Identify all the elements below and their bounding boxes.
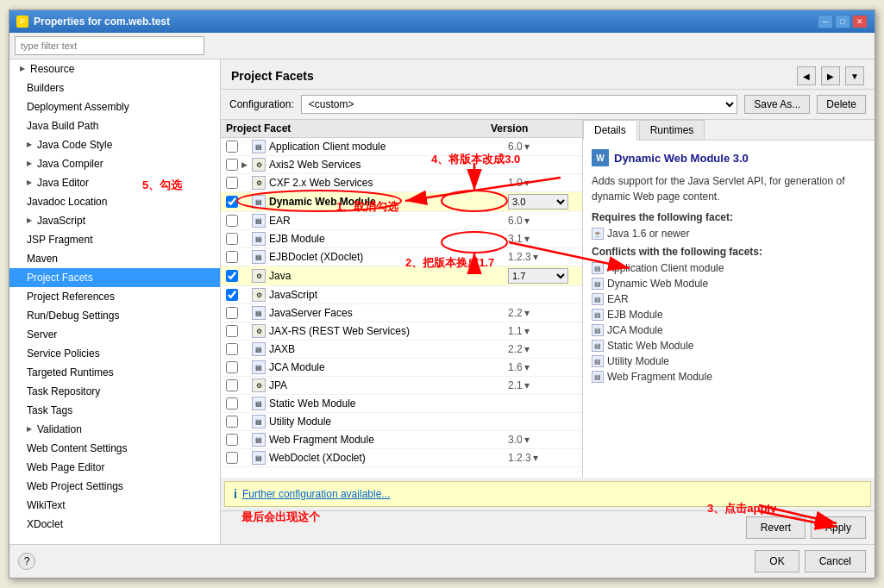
table-row: ▤ EJB Module 3.1▾: [221, 230, 582, 248]
config-select[interactable]: <custom>: [301, 95, 738, 114]
sidebar-item-javascript[interactable]: JavaScript: [9, 211, 220, 230]
conflict-item: ▤ Dynamic Web Module: [592, 277, 866, 291]
table-row: ⚙ JAX-RS (REST Web Services) 1.1▾: [221, 322, 582, 341]
sidebar-item-resource[interactable]: Resource: [9, 59, 220, 78]
facet-checkbox-ear[interactable]: [226, 215, 238, 227]
forward-button[interactable]: ▶: [821, 66, 840, 85]
facet-checkbox-webdoclet[interactable]: [226, 452, 238, 464]
back-button[interactable]: ◀: [797, 66, 816, 85]
sidebar-item-web-project-settings[interactable]: Web Project Settings: [9, 477, 220, 496]
facet-checkbox-app-client[interactable]: [226, 141, 238, 153]
facet-checkbox-jsf[interactable]: [226, 307, 238, 319]
facet-checkbox-axis2[interactable]: [226, 159, 238, 171]
save-as-button[interactable]: Save As...: [744, 95, 810, 114]
sidebar-item-server[interactable]: Server: [9, 325, 220, 344]
menu-button[interactable]: ▼: [845, 66, 864, 85]
facet-checkbox-web-fragment[interactable]: [226, 434, 238, 446]
facet-icon-utility: ▤: [252, 415, 266, 428]
delete-button[interactable]: Delete: [817, 95, 866, 114]
tab-runtimes[interactable]: Runtimes: [639, 120, 705, 140]
facet-checkbox-jca[interactable]: [226, 361, 238, 373]
details-requires: Requires the following facet: ☕ Java 1.6…: [592, 211, 866, 241]
tab-details[interactable]: Details: [583, 120, 637, 141]
facet-checkbox-static-web[interactable]: [226, 397, 238, 410]
sidebar-item-maven[interactable]: Maven: [9, 249, 220, 268]
table-row: ▤ JCA Module 1.6▾: [221, 359, 582, 377]
conflict-icon-8: ▤: [592, 371, 604, 383]
facet-checkbox-java[interactable]: [226, 270, 238, 282]
facet-icon-web-fragment: ▤: [252, 433, 266, 447]
facet-checkbox-ejbdoclet[interactable]: [226, 251, 238, 263]
table-row: ▤ Static Web Module: [221, 395, 582, 413]
table-row: ▤ Application Client module 6.0▾: [221, 138, 582, 156]
conflict-icon-2: ▤: [592, 278, 604, 290]
sidebar-item-jsp-fragment[interactable]: JSP Fragment: [9, 230, 220, 249]
details-content: W Dynamic Web Module 3.0 Adds support fo…: [583, 141, 875, 478]
details-title-icon: W: [592, 149, 609, 166]
facet-checkbox-jaxrs[interactable]: [226, 325, 238, 337]
conflict-item: ▤ Web Fragment Module: [592, 370, 866, 384]
sidebar-item-validation[interactable]: Validation: [9, 420, 220, 439]
conflict-icon-5: ▤: [592, 324, 604, 336]
revert-button[interactable]: Revert: [746, 516, 806, 539]
conflict-icon-3: ▤: [592, 293, 604, 305]
sidebar-item-java-compiler[interactable]: Java Compiler: [9, 154, 220, 173]
config-row: Configuration: <custom> Save As... Delet…: [221, 90, 875, 120]
facet-checkbox-ejb[interactable]: [226, 233, 238, 245]
apply-button[interactable]: Apply: [811, 516, 866, 539]
further-config-link[interactable]: Further configuration available...: [242, 488, 390, 500]
details-description: Adds support for the Java Servlet API, f…: [592, 173, 866, 204]
dialog-footer: ? OK Cancel: [9, 544, 875, 578]
sidebar-item-service-policies[interactable]: Service Policies: [9, 344, 220, 363]
filter-toolbar: [9, 33, 875, 59]
sidebar-item-javadoc-location[interactable]: Javadoc Location: [9, 192, 220, 211]
facets-table-header: Project Facet Version: [221, 120, 582, 138]
conflict-item: ▤ EJB Module: [592, 308, 866, 322]
ok-button[interactable]: OK: [755, 550, 799, 572]
facet-icon-app-client: ▤: [252, 140, 266, 153]
facet-icon-jca: ▤: [252, 360, 266, 374]
filter-input[interactable]: [15, 36, 204, 55]
help-button[interactable]: ?: [18, 553, 35, 570]
table-row: ⚙ JavaScript: [221, 286, 582, 304]
bottom-bar: Revert Apply: [221, 510, 875, 544]
facet-icon-java: ⚙: [252, 269, 266, 283]
facet-version-select-java[interactable]: 1.7 1.6 1.5: [508, 268, 568, 284]
close-button[interactable]: ✕: [852, 15, 868, 28]
sidebar-item-java-code-style[interactable]: Java Code Style: [9, 135, 220, 154]
sidebar-item-java-build-path[interactable]: Java Build Path: [9, 116, 220, 135]
sidebar-item-wikitext[interactable]: WikiText: [9, 496, 220, 515]
window-icon: P: [16, 16, 28, 28]
sidebar-item-run-debug-settings[interactable]: Run/Debug Settings: [9, 306, 220, 325]
left-panel: Resource Builders Deployment Assembly Ja…: [9, 59, 221, 544]
facet-checkbox-cxf[interactable]: [226, 177, 238, 189]
sidebar-item-deployment-assembly[interactable]: Deployment Assembly: [9, 97, 220, 116]
facet-checkbox-jaxb[interactable]: [226, 343, 238, 355]
conflict-icon-1: ▤: [592, 262, 604, 274]
facet-checkbox-javascript[interactable]: [226, 289, 238, 301]
sidebar-item-builders[interactable]: Builders: [9, 78, 220, 97]
facet-icon-ear: ▤: [252, 214, 266, 228]
conflict-item: ▤ Static Web Module: [592, 339, 866, 353]
sidebar-item-xdoclet[interactable]: XDoclet: [9, 515, 220, 534]
facet-icon-static-web: ▤: [252, 397, 266, 410]
facet-checkbox-utility[interactable]: [226, 416, 238, 428]
facet-checkbox-jpa[interactable]: [226, 379, 238, 391]
table-row: ▤ WebDoclet (XDoclet) 1.2.3▾: [221, 449, 582, 467]
sidebar-item-java-editor[interactable]: Java Editor: [9, 173, 220, 192]
sidebar-item-project-facets[interactable]: Project Facets: [9, 268, 220, 287]
sidebar-item-task-repository[interactable]: Task Repository: [9, 382, 220, 401]
details-title: W Dynamic Web Module 3.0: [592, 149, 866, 166]
sidebar-item-project-references[interactable]: Project References: [9, 287, 220, 306]
facet-checkbox-dynamic-web[interactable]: [226, 196, 238, 208]
sidebar-item-task-tags[interactable]: Task Tags: [9, 401, 220, 420]
sidebar-item-targeted-runtimes[interactable]: Targeted Runtimes: [9, 363, 220, 382]
sidebar-item-web-content-settings[interactable]: Web Content Settings: [9, 439, 220, 458]
facet-version-select-dynamic-web[interactable]: 3.0 2.5 2.4: [508, 194, 568, 210]
cancel-button[interactable]: Cancel: [805, 550, 866, 572]
details-tabs: Details Runtimes: [583, 120, 875, 141]
conflict-icon-6: ▤: [592, 340, 604, 352]
maximize-button[interactable]: □: [835, 15, 850, 28]
sidebar-item-web-page-editor[interactable]: Web Page Editor: [9, 458, 220, 477]
minimize-button[interactable]: ─: [818, 15, 833, 28]
